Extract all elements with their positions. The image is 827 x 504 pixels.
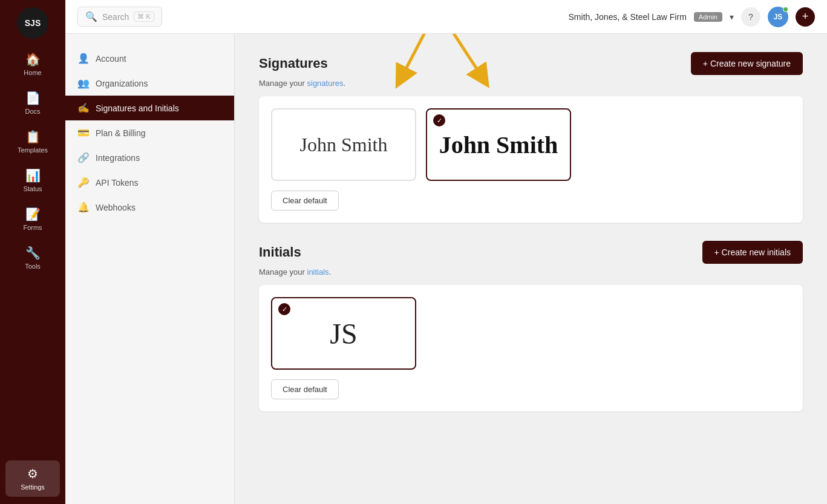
templates-icon: 📋 <box>25 129 41 144</box>
initials-section-header: Initials + Create new initials <box>259 241 803 264</box>
help-button[interactable]: ? <box>741 7 760 27</box>
forms-icon: 📝 <box>25 207 41 221</box>
billing-icon: 💳 <box>77 127 90 139</box>
initials-title: Initials <box>259 244 301 260</box>
signature-check-2: ✓ <box>433 114 445 126</box>
tools-icon: 🔧 <box>25 246 41 260</box>
app-logo[interactable]: SJS <box>17 7 48 39</box>
online-status-dot <box>783 7 788 12</box>
search-shortcut: ⌘ K <box>134 11 154 22</box>
initials-section: Initials + Create new initials Manage yo… <box>259 241 803 411</box>
sidebar-item-templates[interactable]: 📋 Templates <box>5 123 60 160</box>
signatures-link[interactable]: signatures <box>307 79 344 88</box>
nav-item-webhooks[interactable]: 🔔 Webhooks <box>65 195 234 220</box>
admin-badge: Admin <box>694 12 722 22</box>
signatures-section-header: Signatures + Create new signature <box>259 52 803 75</box>
chevron-down-icon[interactable]: ▾ <box>730 12 734 22</box>
sidebar-item-tools[interactable]: 🔧 Tools <box>5 240 60 276</box>
clear-signature-button[interactable]: Clear default <box>271 191 339 211</box>
signatures-grid: John Smith ✓ John Smith <box>271 108 791 181</box>
docs-icon: 📄 <box>25 91 41 105</box>
content-area: 👤 Account 👥 Organizations ✍ Signatures a… <box>65 34 827 504</box>
firm-name: Smith, Jones, & Steel Law Firm <box>569 12 687 22</box>
help-icon: ? <box>748 12 753 22</box>
create-initials-button[interactable]: + Create new initials <box>702 241 803 264</box>
integrations-icon: 🔗 <box>77 152 90 163</box>
home-icon: 🏠 <box>25 52 41 67</box>
add-button[interactable]: + <box>796 7 815 27</box>
nav-item-integrations[interactable]: 🔗 Integrations <box>65 145 234 170</box>
search-bar[interactable]: 🔍 Search ⌘ K <box>77 7 162 27</box>
webhooks-icon: 🔔 <box>77 201 90 213</box>
settings-nav: 👤 Account 👥 Organizations ✍ Signatures a… <box>65 34 235 504</box>
main-content: Signatures + Create new signature Manage… <box>235 34 827 504</box>
nav-item-account[interactable]: 👤 Account <box>65 46 234 71</box>
avatar[interactable]: JS <box>768 7 788 27</box>
topbar-right: Smith, Jones, & Steel Law Firm Admin ▾ ?… <box>569 7 815 27</box>
topbar: 🔍 Search ⌘ K Smith, Jones, & Steel Law F… <box>65 0 827 34</box>
nav-item-organizations[interactable]: 👥 Organizations <box>65 71 234 96</box>
initials-grid: ✓ JS <box>271 297 791 370</box>
signature-item-2[interactable]: ✓ John Smith <box>426 108 571 181</box>
sidebar-item-docs[interactable]: 📄 Docs <box>5 85 60 121</box>
signatures-card: John Smith ✓ John Smith Clear default <box>259 96 803 223</box>
initials-check-1: ✓ <box>278 303 290 315</box>
signatures-subtitle: Manage your signatures. <box>259 79 803 88</box>
signatures-icon: ✍ <box>77 102 90 114</box>
search-icon: 🔍 <box>85 11 97 22</box>
status-icon: 📊 <box>25 168 41 183</box>
signatures-section: Signatures + Create new signature Manage… <box>259 52 803 223</box>
organizations-icon: 👥 <box>77 77 90 89</box>
sidebar: SJS 🏠 Home 📄 Docs 📋 Templates 📊 Status 📝… <box>0 0 65 504</box>
nav-item-api[interactable]: 🔑 API Tokens <box>65 170 234 195</box>
api-icon: 🔑 <box>77 177 90 188</box>
account-icon: 👤 <box>77 53 90 64</box>
nav-item-billing[interactable]: 💳 Plan & Billing <box>65 120 234 145</box>
initials-card: ✓ JS Clear default <box>259 285 803 411</box>
sidebar-item-home[interactable]: 🏠 Home <box>5 46 60 82</box>
search-label: Search <box>102 12 129 22</box>
initials-subtitle: Manage your initials. <box>259 267 803 277</box>
signature-text-1: John Smith <box>300 134 388 156</box>
signatures-title: Signatures <box>259 56 328 71</box>
initials-text-1: JS <box>330 317 357 350</box>
sidebar-item-status[interactable]: 📊 Status <box>5 162 60 198</box>
settings-icon: ⚙ <box>27 466 38 481</box>
sidebar-item-settings[interactable]: ⚙ Settings <box>5 460 60 497</box>
signature-text-2: John Smith <box>439 131 558 159</box>
signature-item-1[interactable]: John Smith <box>271 108 416 181</box>
sidebar-item-forms[interactable]: 📝 Forms <box>5 201 60 237</box>
main-wrapper: 🔍 Search ⌘ K Smith, Jones, & Steel Law F… <box>65 0 827 504</box>
clear-initials-button[interactable]: Clear default <box>271 379 339 399</box>
initials-item-1[interactable]: ✓ JS <box>271 297 416 370</box>
nav-item-signatures[interactable]: ✍ Signatures and Initials <box>65 96 234 120</box>
create-signature-button[interactable]: + Create new signature <box>691 52 803 75</box>
initials-link[interactable]: initials <box>307 267 329 277</box>
